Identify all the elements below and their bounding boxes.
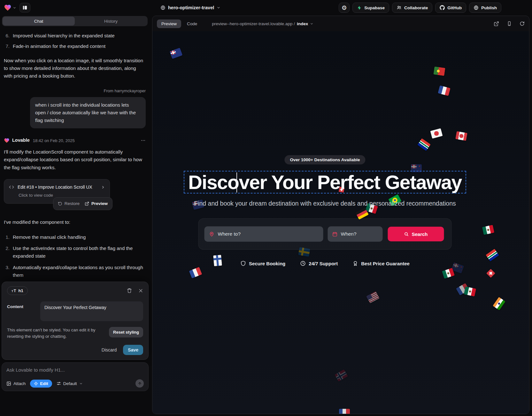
edit-version-card[interactable]: Edit #18 • Improve Location Scroll UX Cl…	[4, 179, 110, 204]
user-message-bubble: when i scroll into the individual locati…	[30, 97, 146, 129]
discard-button[interactable]: Discard	[102, 347, 117, 352]
chevron-down-icon	[310, 22, 313, 26]
project-switcher[interactable]: hero-optimizer-travel	[152, 5, 339, 10]
chat-scroll-area[interactable]: 6.Improved visual hierarchy in the expan…	[0, 26, 150, 280]
list-item: 6.Improved visual hierarchy in the expan…	[4, 32, 146, 40]
refresh-button[interactable]	[520, 21, 525, 26]
open-in-new-tab-button[interactable]	[494, 21, 499, 26]
clock-icon	[300, 261, 306, 266]
flag-in-icon	[493, 297, 505, 310]
send-button[interactable]	[135, 379, 144, 388]
mode-selector[interactable]: Default	[57, 381, 83, 386]
gear-icon: ⚙	[342, 4, 347, 11]
save-button[interactable]: Save	[123, 345, 143, 355]
flag-fr-icon	[438, 86, 450, 96]
shield-icon	[240, 261, 246, 266]
feature-badges: Secure Booking 24/7 Support Best Price G…	[240, 261, 410, 266]
publish-button[interactable]: Publish	[469, 3, 501, 13]
flag-mx-icon	[442, 268, 455, 279]
flag-us-icon	[366, 291, 380, 303]
hero-subheading: Find and book your dream destination wit…	[181, 200, 469, 207]
chevron-right-icon	[101, 185, 105, 189]
destinations-badge: Over 1000+ Destinations Available	[284, 155, 365, 164]
chevron-down-icon	[13, 6, 16, 10]
element-tag-badge[interactable]: TT h1	[7, 286, 28, 295]
award-icon	[352, 261, 358, 266]
flag-no-icon	[335, 369, 348, 382]
assistant-name: Lovable	[12, 137, 30, 144]
settings-button[interactable]: ⚙	[339, 3, 350, 13]
panel-left-icon	[22, 5, 27, 10]
lovable-heart-icon	[4, 138, 10, 143]
flag-au-icon	[170, 48, 183, 59]
feature-best-price: Best Price Guarantee	[352, 261, 410, 266]
flag-fr-icon	[189, 267, 202, 278]
content-textarea[interactable]: Discover Your Perfect Getaway	[40, 301, 143, 321]
preview-version-button[interactable]: Preview	[85, 200, 108, 207]
collaborate-button[interactable]: Collaborate	[392, 3, 432, 13]
globe-icon	[160, 5, 166, 10]
sliders-icon	[57, 381, 61, 386]
tab-chat[interactable]: Chat	[3, 17, 75, 26]
text-caret	[236, 172, 237, 193]
restore-button[interactable]: Restore	[58, 200, 80, 207]
flag-ch-icon	[486, 269, 495, 278]
supabase-button[interactable]: Supabase	[352, 3, 389, 13]
delete-element-button[interactable]	[127, 288, 132, 293]
lovable-logo-menu[interactable]	[4, 4, 16, 11]
toggle-sidebar-button[interactable]	[19, 3, 30, 12]
search-button[interactable]: Search	[388, 227, 444, 241]
url-page-name: index	[297, 21, 308, 26]
element-inspector-panel: TT h1 Content Discover Your Perfect Geta…	[2, 282, 149, 360]
edit-mode-button[interactable]: Edit	[30, 380, 52, 388]
when-input-wrap	[328, 226, 383, 242]
list-item: 3.Automatically expand/collapse location…	[4, 264, 146, 279]
flag-pt-icon	[433, 66, 445, 76]
hero-heading[interactable]: Discover Your Perfect Getaway	[188, 171, 462, 193]
close-inspector-button[interactable]	[138, 288, 143, 293]
flag-za-icon	[417, 138, 431, 151]
chevron-down-icon	[79, 382, 83, 385]
github-button[interactable]: GitHub	[435, 3, 466, 13]
tab-preview[interactable]: Preview	[157, 19, 181, 28]
mobile-view-button[interactable]	[507, 21, 512, 26]
external-link-icon	[85, 201, 89, 206]
where-to-input[interactable]	[218, 231, 319, 237]
chat-input[interactable]	[6, 367, 144, 373]
message-author-label: From harrymckayroper	[4, 87, 146, 94]
message-timestamp: 18:42 on Feb 20, 2025	[33, 137, 75, 144]
feature-secure-booking: Secure Booking	[240, 261, 285, 266]
feature-support: 24/7 Support	[300, 261, 338, 266]
flag-fr-icon	[339, 409, 350, 414]
message-options-button[interactable]	[141, 138, 146, 143]
lovable-heart-icon	[4, 4, 12, 11]
chat-sidebar: Chat History 6.Improved visual hierarchy…	[0, 15, 150, 416]
content-field-label: Content	[7, 301, 36, 321]
flag-jp-icon	[430, 128, 443, 139]
tab-history[interactable]: History	[75, 17, 147, 26]
reset-styling-button[interactable]: Reset styling	[109, 327, 143, 337]
calendar-icon	[332, 231, 338, 237]
tab-code[interactable]: Code	[182, 19, 202, 28]
assistant-paragraph: Now when you click on a location image, …	[4, 57, 146, 80]
image-icon	[6, 381, 11, 386]
search-icon	[404, 232, 409, 237]
sidebar-tabs: Chat History	[2, 16, 148, 26]
attach-button[interactable]: Attach	[6, 381, 26, 386]
preview-url[interactable]: preview--hero-optimizer-travel.lovable.a…	[212, 21, 313, 26]
where-input-wrap	[204, 226, 323, 242]
topbar: hero-optimizer-travel ⚙ Supabase Collabo…	[0, 0, 532, 15]
preview-viewport[interactable]: Over 1000+ Destinations Available Discov…	[152, 31, 529, 414]
publish-globe-icon	[474, 5, 479, 10]
edit-card-title: Edit #18 • Improve Location Scroll UX	[18, 184, 92, 191]
assistant-paragraph: I'll modify the LocationScroll component…	[4, 148, 146, 171]
flag-fi-icon	[213, 255, 222, 266]
selected-heading-outline[interactable]: Discover Your Perfect Getaway	[184, 171, 466, 193]
styling-note: This element can't be styled. You can ed…	[7, 327, 103, 340]
map-pin-icon	[209, 231, 215, 237]
list-item: 7.Fade-in animation for the expanded con…	[4, 42, 146, 50]
flag-mx-icon	[464, 286, 476, 297]
flag-mx-icon	[482, 225, 494, 235]
when-input[interactable]	[341, 231, 378, 237]
github-icon	[440, 5, 445, 10]
